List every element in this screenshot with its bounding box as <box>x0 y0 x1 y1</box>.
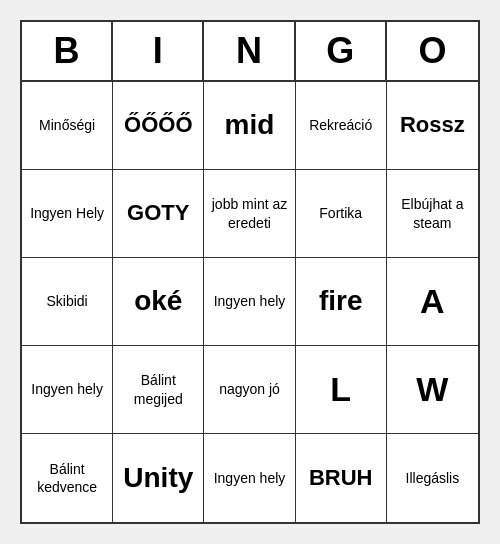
bingo-cell-2: mid <box>204 82 295 170</box>
bingo-cell-18: L <box>296 346 387 434</box>
bingo-cell-14: A <box>387 258 478 346</box>
bingo-cell-12: Ingyen hely <box>204 258 295 346</box>
bingo-grid: MinőségiŐŐŐŐmidRekreációRosszIngyen Hely… <box>22 82 478 522</box>
bingo-cell-20: Bálint kedvence <box>22 434 113 522</box>
bingo-cell-3: Rekreáció <box>296 82 387 170</box>
bingo-cell-5: Ingyen Hely <box>22 170 113 258</box>
bingo-cell-6: GOTY <box>113 170 204 258</box>
bingo-cell-1: ŐŐŐŐ <box>113 82 204 170</box>
bingo-cell-13: fire <box>296 258 387 346</box>
bingo-cell-15: Ingyen hely <box>22 346 113 434</box>
bingo-cell-24: Illegáslis <box>387 434 478 522</box>
bingo-cell-16: Bálint megijed <box>113 346 204 434</box>
header-letter-b: B <box>22 22 113 80</box>
bingo-cell-8: Fortika <box>296 170 387 258</box>
bingo-header: BINGO <box>22 22 478 82</box>
bingo-card: BINGO MinőségiŐŐŐŐmidRekreációRosszIngye… <box>20 20 480 524</box>
bingo-cell-19: W <box>387 346 478 434</box>
header-letter-o: O <box>387 22 478 80</box>
header-letter-i: I <box>113 22 204 80</box>
bingo-cell-17: nagyon jó <box>204 346 295 434</box>
bingo-cell-21: Unity <box>113 434 204 522</box>
bingo-cell-9: Elbújhat a steam <box>387 170 478 258</box>
header-letter-g: G <box>296 22 387 80</box>
bingo-cell-22: Ingyen hely <box>204 434 295 522</box>
header-letter-n: N <box>204 22 295 80</box>
bingo-cell-10: Skibidi <box>22 258 113 346</box>
bingo-cell-0: Minőségi <box>22 82 113 170</box>
bingo-cell-11: oké <box>113 258 204 346</box>
bingo-cell-23: BRUH <box>296 434 387 522</box>
bingo-cell-4: Rossz <box>387 82 478 170</box>
bingo-cell-7: jobb mint az eredeti <box>204 170 295 258</box>
